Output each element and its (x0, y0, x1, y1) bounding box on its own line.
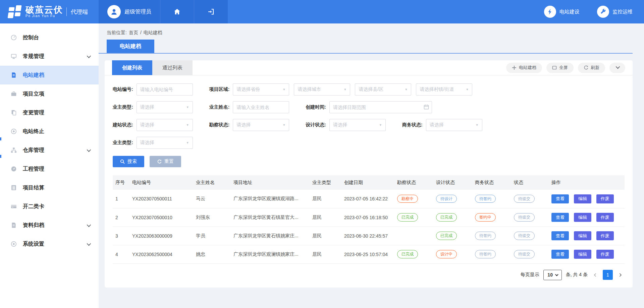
filter-create-time: 创建时间: (306, 101, 432, 113)
next-page-button[interactable] (617, 273, 624, 277)
sidebar-item-general-mgmt[interactable]: 常规管理 (0, 47, 99, 66)
edit-button[interactable]: 编辑 (574, 231, 591, 240)
caret-down-icon: ▼ (379, 123, 382, 127)
sidebar-item-type2-card[interactable]: 开二类卡 (0, 197, 99, 216)
filter-owner-name: 业主姓名: (209, 101, 289, 113)
view-button[interactable]: 查看 (551, 194, 569, 203)
portal-label: 代理端 (66, 7, 88, 16)
cell-code: YX2023070500010 (129, 208, 193, 227)
col-status: 状态 (511, 175, 549, 190)
nav-monitor-ops[interactable]: 监控运维 (597, 6, 633, 18)
filter-business-status: 商务状态: 请选择▼ (402, 119, 482, 131)
build-status-select[interactable]: 请选择▼ (137, 119, 193, 131)
street-select[interactable]: 请选择村镇/街道▼ (416, 83, 472, 96)
calendar-icon[interactable] (424, 104, 429, 110)
design-status-select[interactable]: 请选择▼ (329, 119, 386, 131)
chevron-down-icon (616, 65, 620, 69)
monitor-icon (10, 53, 17, 60)
edit-button[interactable]: 编辑 (574, 250, 591, 259)
logout-button[interactable] (194, 0, 228, 23)
user-menu[interactable]: 超级管理员 (99, 0, 160, 23)
file-icon (10, 222, 17, 229)
cell-business: 待签约 (472, 245, 511, 263)
sidebar-item-project-initiation[interactable]: 项目立项 (0, 84, 99, 103)
refresh-button[interactable]: 刷新 (578, 63, 605, 73)
sidebar-item-console[interactable]: 控制台 (0, 28, 99, 47)
view-button[interactable]: 查看 (551, 213, 569, 222)
nav-station-build[interactable]: 电站建设 (544, 6, 580, 18)
calculator-icon (10, 184, 17, 191)
survey-status-select[interactable]: 请选择▼ (233, 119, 289, 131)
page-tab-bar: 电站建档 (99, 40, 633, 54)
void-button[interactable]: 作废 (596, 194, 614, 203)
page-tab-station-filing[interactable]: 电站建档 (107, 40, 154, 53)
col-created: 创建日期 (341, 175, 394, 190)
sidebar-item-label: 电站终止 (23, 128, 44, 135)
status-badge: 已完成 (397, 213, 418, 221)
chevron-down-icon (87, 223, 91, 227)
fullscreen-button[interactable]: 全屏 (546, 63, 574, 73)
status-badge: 待提交 (514, 213, 535, 221)
sidebar-item-engineering-mgmt[interactable]: 工程管理 (0, 160, 99, 178)
collapse-toolbar-button[interactable] (609, 63, 625, 73)
status-badge: 待签约 (475, 232, 496, 240)
col-code: 电站编号 (129, 175, 193, 190)
station-code-input[interactable] (137, 83, 193, 96)
page-size-select[interactable]: 10 (543, 270, 562, 280)
cell-status: 待提交 (511, 227, 549, 245)
filter-region: 项目区域: 请选择省份▼ 请选择城市▼ 请选择县/区▼ 请选择村镇/街道▼ (209, 83, 473, 96)
home-button[interactable] (160, 0, 194, 23)
breadcrumb-home[interactable]: 首页 (129, 30, 138, 36)
city-select[interactable]: 请选择城市▼ (294, 83, 350, 96)
cell-code: YX2023070500011 (129, 190, 193, 208)
tab-passed-list[interactable]: 通过列表 (152, 60, 193, 75)
edit-button[interactable]: 编辑 (574, 213, 591, 222)
sidebar-scroll-mark (0, 155, 1, 158)
home-icon (173, 8, 181, 16)
cell-code: YX2023062500004 (129, 245, 193, 263)
reset-icon (157, 159, 162, 164)
business-status-select[interactable]: 请选择▼ (426, 119, 482, 131)
user-icon (110, 7, 118, 16)
sidebar-item-label: 项目结算 (23, 184, 44, 191)
owner-name-input[interactable] (233, 101, 289, 113)
void-button[interactable]: 作废 (596, 231, 614, 240)
cell-status: 待提交 (511, 245, 549, 263)
cell-seq: 3 (113, 227, 129, 245)
search-button[interactable]: 搜索 (113, 156, 144, 167)
cell-actions: 查看 编辑 作废 (549, 190, 625, 208)
cell-actions: 查看 编辑 作废 (549, 245, 625, 263)
settings-icon (10, 240, 17, 248)
owner-type-select[interactable]: 请选择▼ (137, 101, 193, 113)
cell-code: YX2023063000009 (129, 227, 193, 245)
edit-button[interactable]: 编辑 (574, 194, 591, 203)
date-range-input[interactable] (329, 101, 432, 113)
sidebar-item-change-mgmt[interactable]: 变更管理 (0, 103, 99, 122)
page-number-button[interactable]: 1 (603, 270, 613, 280)
sidebar-item-project-settlement[interactable]: 项目结算 (0, 178, 99, 197)
view-button[interactable]: 查看 (551, 250, 569, 259)
status-badge: 待提交 (514, 232, 535, 240)
sidebar-item-system-settings[interactable]: 系统设置 (0, 235, 99, 253)
owner-type-select-2[interactable]: 请选择▼ (137, 137, 193, 149)
sidebar-item-data-archive[interactable]: 资料归档 (0, 216, 99, 235)
void-button[interactable]: 作废 (596, 213, 614, 222)
void-button[interactable]: 作废 (596, 250, 614, 259)
sidebar-item-warehouse-mgmt[interactable]: 仓库管理 (0, 141, 99, 160)
province-select[interactable]: 请选择省份▼ (233, 83, 289, 96)
cell-address: 广东深圳龙华区观澜镇姚家庄... (231, 245, 310, 263)
total-count-label: 条, 共 4 条 (566, 272, 588, 278)
sidebar-scroll-mark (0, 137, 1, 140)
reset-button[interactable]: 重置 (150, 156, 181, 167)
filter-station-code: 电站编号: (113, 83, 193, 96)
prev-page-button[interactable] (592, 273, 599, 277)
sidebar-item-station-filing[interactable]: 电站建档 (0, 66, 99, 84)
create-station-button[interactable]: 电站建档 (506, 63, 542, 73)
breadcrumb-prefix: 当前位置: (107, 30, 127, 36)
view-button[interactable]: 查看 (551, 231, 569, 240)
cell-owner-type: 居民 (310, 245, 341, 263)
status-badge: 待提交 (514, 195, 535, 203)
tab-create-list[interactable]: 创建列表 (112, 60, 152, 75)
sidebar-item-station-termination[interactable]: 电站终止 (0, 122, 99, 141)
district-select[interactable]: 请选择县/区▼ (355, 83, 411, 96)
